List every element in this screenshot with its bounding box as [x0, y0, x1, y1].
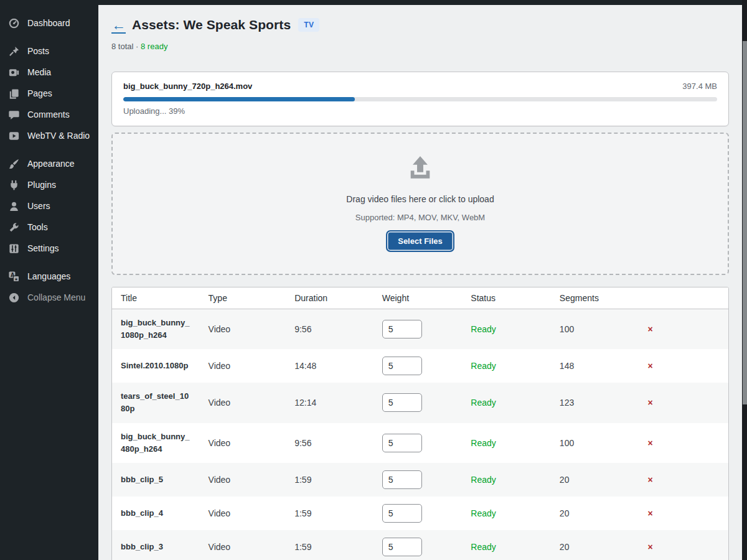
asset-segments: 123: [551, 383, 637, 422]
sidebar-item-comments[interactable]: Comments: [0, 104, 98, 125]
weight-input[interactable]: [382, 357, 422, 375]
sidebar-item-label: Posts: [27, 46, 49, 56]
back-link[interactable]: ←: [111, 18, 126, 32]
delete-asset-button[interactable]: ×: [645, 541, 655, 553]
delete-asset-button[interactable]: ×: [645, 324, 655, 335]
sidebar-item-label: WebTV & Radio: [27, 131, 90, 141]
dropzone-instruction: Drag video files here or click to upload: [346, 194, 494, 204]
table-row: bbb_clip_4 Video 1:59 Ready 20 ×: [112, 497, 728, 530]
upload-status-text: Uploading... 39%: [123, 106, 717, 116]
upload-filename: big_buck_bunny_720p_h264.mov: [123, 82, 252, 91]
assets-summary: 8 total · 8 ready: [111, 42, 729, 51]
asset-type: Video: [200, 349, 286, 383]
asset-segments: 100: [551, 423, 637, 463]
total-count: 8 total: [111, 42, 133, 51]
sidebar-item-settings[interactable]: Settings: [0, 238, 98, 259]
status-badge: Ready: [462, 463, 551, 497]
delete-asset-button[interactable]: ×: [645, 397, 655, 408]
table-row: bbb_clip_5 Video 1:59 Ready 20 ×: [112, 463, 728, 497]
sidebar-item-plugins[interactable]: Plugins: [0, 174, 98, 195]
asset-duration: 1:59: [286, 530, 374, 560]
asset-title: big_buck_bunny_480p_h264: [112, 423, 200, 463]
status-badge: Ready: [462, 349, 551, 383]
upload-progress-fill: [123, 97, 355, 101]
asset-type: Video: [200, 530, 286, 560]
sliders-icon: [7, 242, 20, 254]
delete-asset-button[interactable]: ×: [645, 360, 655, 371]
sidebar-item-label: Tools: [27, 222, 48, 232]
main-content: ← Assets: We Speak Sports TV 8 total · 8…: [98, 5, 742, 560]
collapse-icon: [7, 291, 20, 304]
asset-title: bbb_clip_3: [112, 530, 200, 560]
admin-top-bar: [0, 0, 747, 5]
sidebar-item-label: Appearance: [27, 159, 75, 169]
asset-type: Video: [200, 423, 286, 463]
video-icon: [7, 129, 20, 142]
sidebar-item-tools[interactable]: Tools: [0, 217, 98, 238]
delete-asset-button[interactable]: ×: [645, 437, 655, 449]
sidebar-item-collapse-menu[interactable]: Collapse Menu: [0, 287, 98, 308]
page-title: Assets: We Speak Sports: [132, 17, 291, 32]
upload-progress-card: big_buck_bunny_720p_h264.mov 397.4 MB Up…: [111, 72, 729, 126]
brush-icon: [7, 157, 20, 170]
vertical-scrollbar[interactable]: [742, 0, 747, 560]
sidebar-item-label: Languages: [27, 271, 70, 281]
file-dropzone[interactable]: Drag video files here or click to upload…: [111, 133, 729, 275]
weight-input[interactable]: [382, 470, 422, 489]
pushpin-icon: [7, 45, 20, 57]
delete-asset-button[interactable]: ×: [645, 508, 655, 519]
ready-count: 8 ready: [141, 42, 167, 51]
sidebar-item-appearance[interactable]: Appearance: [0, 153, 98, 174]
translate-icon: A★: [7, 270, 20, 282]
weight-input[interactable]: [382, 320, 422, 338]
scrollbar-thumb[interactable]: [743, 41, 747, 404]
wrench-icon: [7, 221, 20, 233]
sidebar-item-label: Media: [27, 67, 51, 77]
select-files-button[interactable]: Select Files: [386, 230, 454, 252]
asset-segments: 148: [551, 349, 637, 383]
table-row: Sintel.2010.1080p Video 14:48 Ready 148 …: [112, 349, 728, 383]
assets-table: Title Type Duration Weight Status Segmen…: [112, 287, 728, 560]
asset-title: bbb_clip_5: [112, 463, 200, 497]
comments-icon: [7, 108, 20, 121]
sidebar-item-users[interactable]: Users: [0, 195, 98, 217]
sidebar-item-media[interactable]: Media: [0, 62, 98, 83]
page-header: ← Assets: We Speak Sports TV: [111, 17, 729, 32]
table-header-row: Title Type Duration Weight Status Segmen…: [112, 287, 728, 309]
delete-asset-button[interactable]: ×: [645, 474, 655, 485]
sidebar-item-languages[interactable]: A★ Languages: [0, 266, 98, 287]
weight-input[interactable]: [382, 434, 422, 452]
column-header-actions: [636, 287, 728, 309]
summary-separator: ·: [136, 42, 138, 51]
svg-text:★: ★: [14, 276, 18, 281]
sidebar-item-label: Collapse Menu: [27, 292, 85, 302]
column-header-segments: Segments: [551, 287, 637, 309]
asset-duration: 12:14: [286, 383, 374, 422]
weight-input[interactable]: [382, 538, 422, 556]
pages-icon: [7, 87, 20, 100]
weight-input[interactable]: [382, 393, 422, 412]
sidebar-item-dashboard[interactable]: Dashboard: [0, 12, 98, 34]
column-header-title: Title: [112, 287, 200, 309]
column-header-duration: Duration: [286, 287, 374, 309]
asset-duration: 9:56: [286, 309, 374, 350]
table-row: bbb_clip_3 Video 1:59 Ready 20 ×: [112, 530, 728, 560]
sidebar-item-label: Plugins: [27, 180, 56, 190]
user-icon: [7, 200, 20, 212]
column-header-type: Type: [200, 287, 286, 309]
weight-input[interactable]: [382, 504, 422, 523]
upload-progress-track: [123, 97, 717, 101]
status-badge: Ready: [462, 309, 551, 350]
asset-type: Video: [200, 309, 286, 350]
sidebar-item-pages[interactable]: Pages: [0, 83, 98, 104]
sidebar-item-posts[interactable]: Posts: [0, 40, 98, 62]
table-row: tears_of_steel_1080p Video 12:14 Ready 1…: [112, 383, 728, 422]
column-header-status: Status: [462, 287, 551, 309]
upload-filesize: 397.4 MB: [682, 82, 717, 91]
asset-type: Video: [200, 497, 286, 530]
plugin-icon: [7, 179, 20, 191]
sidebar-item-webtv-radio[interactable]: WebTV & Radio: [0, 125, 98, 146]
dropzone-supported-formats: Supported: MP4, MOV, MKV, WebM: [355, 213, 485, 222]
admin-sidebar: Dashboard Posts Media Pages Comments Web…: [0, 0, 98, 560]
media-icon: [7, 66, 20, 78]
